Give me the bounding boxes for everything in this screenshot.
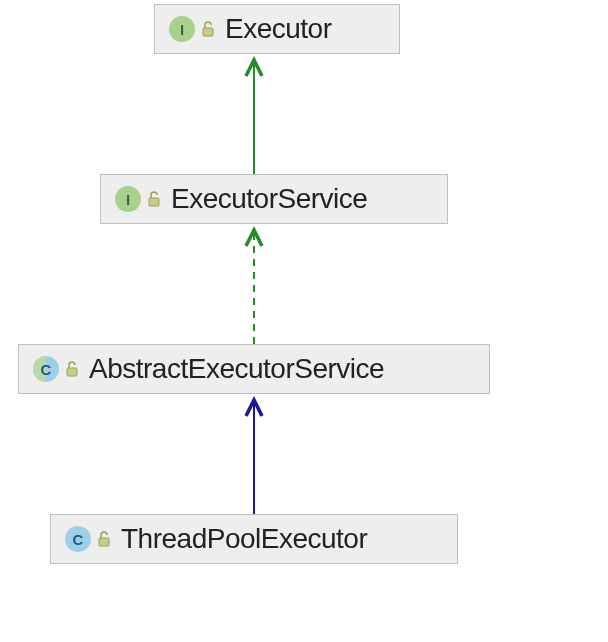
- class-icon: C: [65, 526, 91, 552]
- svg-rect-0: [203, 28, 213, 36]
- svg-rect-1: [149, 198, 159, 206]
- unlock-icon: [147, 191, 161, 207]
- node-executor-service[interactable]: I ExecutorService: [100, 174, 448, 224]
- icon-group: C: [33, 356, 79, 382]
- unlock-icon: [201, 21, 215, 37]
- node-label: Executor: [225, 13, 332, 45]
- svg-rect-2: [67, 368, 77, 376]
- node-label: ExecutorService: [171, 183, 367, 215]
- interface-icon: I: [115, 186, 141, 212]
- abstract-class-icon: C: [33, 356, 59, 382]
- node-executor[interactable]: I Executor: [154, 4, 400, 54]
- unlock-icon: [97, 531, 111, 547]
- node-thread-pool-executor[interactable]: C ThreadPoolExecutor: [50, 514, 458, 564]
- interface-icon: I: [169, 16, 195, 42]
- icon-group: I: [115, 186, 161, 212]
- node-label: AbstractExecutorService: [89, 353, 384, 385]
- svg-rect-3: [99, 538, 109, 546]
- unlock-icon: [65, 361, 79, 377]
- icon-group: C: [65, 526, 111, 552]
- icon-group: I: [169, 16, 215, 42]
- node-abstract-executor-service[interactable]: C AbstractExecutorService: [18, 344, 490, 394]
- node-label: ThreadPoolExecutor: [121, 523, 367, 555]
